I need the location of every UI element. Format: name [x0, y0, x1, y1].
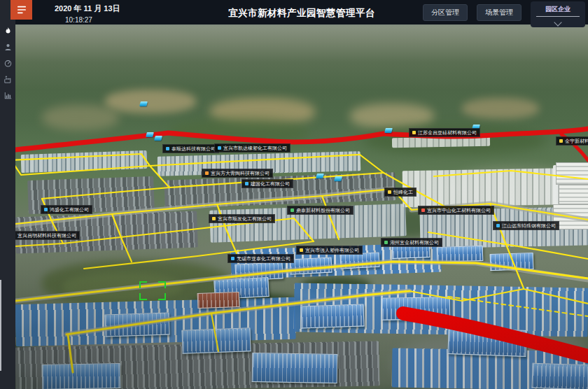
highlight-marker-icon[interactable] [154, 136, 162, 141]
sidebar-item-fire[interactable] [0, 24, 15, 38]
sidebar-item-bar-chart[interactable] [0, 88, 15, 102]
current-date: 2020 年 11 月 13日 [55, 3, 120, 14]
bracket-corner [158, 281, 166, 288]
header-actions: 分区管理场景管理 园区企业 [423, 0, 588, 27]
yellow-road [42, 188, 169, 199]
yellow-road [217, 204, 237, 253]
company-label[interactable]: 鸿盛化工有限公司 [41, 205, 92, 214]
yellow-road [428, 232, 588, 259]
company-label-text: 湖州宜金材料有限公司 [390, 240, 439, 245]
bar-chart-icon [4, 91, 13, 100]
chevron-down-icon [554, 18, 561, 26]
yellow-road [360, 155, 384, 173]
company-label[interactable]: 鼎泰新材料股份有限公司 [287, 206, 354, 215]
gauge-icon [4, 59, 13, 68]
company-label-text: 江山远东特殊钢有限公司 [502, 223, 556, 228]
company-label-text: 宜兴市顺发化工有限公司 [218, 216, 272, 221]
header: 2020 年 11 月 13日 10:18:27 宜兴市新材料产业园智慧管理平台… [15, 0, 588, 24]
company-marker-icon [231, 257, 234, 260]
company-marker-icon [218, 146, 221, 150]
header-buttons: 分区管理场景管理 [423, 4, 522, 21]
yellow-road [322, 196, 339, 239]
yellow-road [524, 289, 588, 304]
company-marker-icon [412, 131, 416, 134]
company-label[interactable]: 湖州宜金材料有限公司 [381, 238, 442, 247]
company-marker-icon [205, 171, 209, 175]
company-marker-icon [290, 208, 294, 212]
company-label[interactable]: 泰顺达科技有限公司 [162, 144, 219, 153]
partition-manage-button[interactable]: 分区管理 [423, 4, 468, 21]
dropdown-underline [536, 16, 580, 17]
sidebar-item-gauge[interactable] [0, 56, 15, 70]
smart-park-platform: 2020 年 11 月 13日 10:18:27 宜兴市新材料产业园智慧管理平台… [0, 0, 588, 389]
company-label[interactable]: 宜兴市凯达橡塑化工有限公司 [214, 143, 290, 153]
company-marker-icon [44, 208, 48, 211]
menu-button[interactable] [10, 0, 32, 20]
highlight-marker-icon[interactable] [316, 174, 324, 178]
yellow-road [15, 154, 150, 175]
company-marker-icon [212, 217, 216, 220]
red-pipeline-road [15, 129, 588, 150]
company-label[interactable]: 恒峰化工 [384, 188, 416, 197]
company-label[interactable]: 无锡市亚泰化工有限公司 [227, 254, 294, 263]
highlight-marker-icon[interactable] [146, 132, 154, 137]
highlight-marker-icon[interactable] [139, 101, 148, 106]
highlight-marker-icon[interactable] [334, 176, 342, 181]
yellow-road [211, 313, 218, 351]
park-enterprise-dropdown[interactable]: 园区企业 [531, 1, 585, 27]
company-marker-icon [496, 224, 500, 227]
company-marker-icon [559, 139, 563, 143]
dropdown-label: 园区企业 [545, 4, 570, 16]
sidebar-item-factory[interactable] [0, 72, 15, 86]
hamburger-icon [17, 6, 27, 14]
company-marker-icon [384, 241, 388, 244]
bracket-corner [139, 281, 147, 288]
factory-icon [4, 75, 13, 84]
selection-bracket [139, 281, 166, 300]
map-3d-view[interactable]: 泰顺达科技有限公司宜兴市凯达橡塑化工有限公司宜兴方大青陶科技有限公司建国化工有限… [15, 24, 588, 389]
company-label[interactable]: 江苏金昌亚硅材料有限公司 [409, 128, 480, 137]
company-label[interactable]: 宜兴市顺发化工有限公司 [209, 214, 275, 223]
sidebar [0, 0, 15, 389]
company-label[interactable]: 江山远东特殊钢有限公司 [493, 221, 559, 230]
company-marker-icon [166, 147, 169, 150]
company-label-text: 恒峰化工 [393, 190, 413, 194]
highlight-marker-icon[interactable] [384, 128, 393, 133]
company-label[interactable]: 宜兴方大青陶科技有限公司 [202, 169, 273, 178]
red-highway [403, 313, 588, 356]
company-label-text: 宜兴市凯达橡塑化工有限公司 [223, 146, 287, 150]
map-scene: 泰顺达科技有限公司宜兴市凯达橡塑化工有限公司宜兴方大青陶科技有限公司建国化工有限… [15, 24, 588, 389]
company-label[interactable]: 宜兴昌明材料科技有限公司 [15, 231, 80, 240]
page-title: 宜兴市新材料产业园智慧管理平台 [228, 7, 375, 20]
yellow-road [150, 155, 360, 166]
company-label-text: 鸿盛化工有限公司 [50, 207, 89, 212]
company-label-text: 宜兴市强人塑件有限公司 [305, 248, 359, 253]
yellow-road [68, 334, 73, 372]
company-label-text: 宜兴昌明材料科技有限公司 [18, 233, 76, 238]
company-label-text: 宜兴方大青陶科技有限公司 [211, 171, 270, 176]
company-marker-icon [388, 190, 391, 194]
company-marker-icon [300, 248, 303, 252]
sidebar-item-person[interactable] [0, 40, 15, 54]
company-label-text: 泰顺达科技有限公司 [172, 146, 216, 151]
company-marker-icon [245, 182, 248, 185]
yellow-road [434, 171, 588, 179]
company-label-text: 建国化工有限公司 [251, 181, 290, 186]
company-label-text: 宜兴市中山化工材料有限公司 [427, 208, 491, 213]
company-marker-icon [421, 208, 425, 212]
yellow-road [150, 166, 169, 188]
bracket-corner [139, 293, 147, 300]
company-label-text: 无锡市亚泰化工有限公司 [237, 256, 290, 261]
company-label[interactable]: 金宇新材料有限公司 [556, 136, 588, 146]
fire-icon [4, 27, 13, 36]
company-label-text: 金宇新材料有限公司 [565, 139, 588, 143]
company-label[interactable]: 宜兴市中山化工材料有限公司 [418, 206, 494, 215]
scene-manage-button[interactable]: 场景管理 [477, 4, 522, 21]
company-label[interactable]: 宜兴市强人塑件有限公司 [296, 246, 363, 255]
bracket-corner [158, 293, 166, 300]
company-label-text: 鼎泰新材料股份有限公司 [296, 208, 350, 213]
datetime-block: 2020 年 11 月 13日 10:18:27 [55, 0, 120, 24]
person-icon [4, 43, 13, 52]
company-label[interactable]: 建国化工有限公司 [241, 179, 293, 188]
company-label-text: 江苏金昌亚硅材料有限公司 [418, 130, 477, 135]
